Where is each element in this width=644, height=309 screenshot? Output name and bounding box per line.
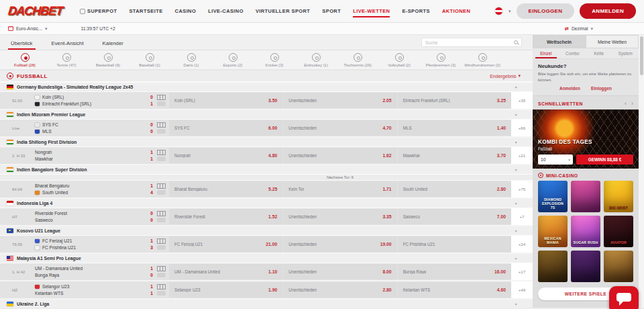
stats-grid-icon[interactable] xyxy=(157,95,166,100)
tab-kalender[interactable]: Kalender xyxy=(93,36,133,50)
stake-stepper-icon[interactable]: ▾ xyxy=(568,158,570,162)
collapse-chevron-icon[interactable]: ▾ xyxy=(506,201,526,206)
stats-grid-icon[interactable] xyxy=(157,284,166,290)
notice-register-link[interactable]: Anmelden xyxy=(559,86,580,91)
match-stats[interactable] xyxy=(153,181,169,197)
chat-bubble-button[interactable] xyxy=(609,286,639,309)
stats-grid-icon[interactable] xyxy=(157,211,166,216)
sport-filter-darts[interactable]: Darts (1) xyxy=(170,53,212,67)
stats-grid-icon[interactable] xyxy=(157,150,166,155)
more-markets-button[interactable]: +49 xyxy=(511,281,533,298)
mode-combo[interactable]: Combo xyxy=(559,48,586,58)
casino-game-tile[interactable] xyxy=(604,251,633,282)
casino-game-tile[interactable] xyxy=(571,181,600,212)
odds-button[interactable]: Selangor U231.90 xyxy=(169,282,282,298)
league-header[interactable]: Indonesia Liga 4▾ xyxy=(0,199,533,208)
view-mode-label[interactable]: Euro-Ansic... xyxy=(16,26,42,31)
league-header[interactable]: India Shillong First Division▾ xyxy=(0,138,533,147)
more-markets-button[interactable]: +75 xyxy=(511,181,533,197)
odds-button[interactable]: Kelantan WTS4.60 xyxy=(398,282,511,298)
odds-button[interactable]: UM - Damansara United1.10 xyxy=(169,264,282,279)
collapse-chevron-icon[interactable]: ▾ xyxy=(506,256,526,261)
tab-event-ansicht[interactable]: Event-Ansicht xyxy=(42,36,93,50)
odds-button[interactable]: Unentschieden8.00 xyxy=(283,264,396,279)
stats-grid-icon[interactable] xyxy=(157,122,166,128)
match-stats[interactable] xyxy=(153,263,169,280)
kombi-banner[interactable]: KOMBI DES TAGES Fußball 10 ▾ GEWINN 88,8… xyxy=(533,109,639,169)
scrollbar[interactable] xyxy=(639,35,644,308)
sport-filter-tischtennis[interactable]: Tischtennis (29) xyxy=(337,53,378,67)
casino-game-tile[interactable]: Aviator xyxy=(604,216,633,247)
league-header[interactable]: Kosovo U21 League▾ xyxy=(0,226,533,236)
match-stats[interactable] xyxy=(153,92,169,109)
carousel-next-icon[interactable]: › xyxy=(631,100,633,107)
odds-button[interactable]: MLS1.40 xyxy=(398,120,511,136)
tab-meine-wetten[interactable]: Meine Wetten xyxy=(586,35,639,48)
nav-item-e-sports[interactable]: E-SPORTS xyxy=(402,5,430,17)
odds-button[interactable]: Riverside Forest1.52 xyxy=(169,209,282,224)
league-header[interactable]: Indien Bangalore Super Division▾ xyxy=(0,165,533,175)
league-header[interactable]: Indien Mizoram Premier League▾ xyxy=(0,110,533,120)
odds-format-select[interactable]: ⇄ Dezimal ▾ xyxy=(565,26,593,32)
casino-game-tile[interactable]: Diamond Explosion 7s xyxy=(538,181,568,212)
match-stats[interactable] xyxy=(153,120,169,136)
collapse-chevron-icon[interactable]: ▾ xyxy=(506,167,526,172)
sport-filter-kricket[interactable]: Kricket (3) xyxy=(254,53,295,67)
sport-filter-volleyball[interactable]: Volleyball (2) xyxy=(378,53,420,67)
nav-item-sport[interactable]: SPORT xyxy=(322,5,341,17)
more-markets-button[interactable]: +17 xyxy=(511,263,533,280)
nav-item-superpot[interactable]: SUPERPOT xyxy=(80,5,117,17)
odds-button[interactable]: Unentschieden4.70 xyxy=(283,120,396,136)
match-teams[interactable]: Koln (SRL)Eintracht Frankfurt (SRL) xyxy=(35,92,144,109)
odds-button[interactable]: Kein Tor1.71 xyxy=(283,181,396,197)
search-box[interactable] xyxy=(421,38,522,47)
collapse-chevron-icon[interactable]: ▾ xyxy=(506,302,526,306)
casino-game-tile[interactable] xyxy=(538,251,568,282)
match-stats[interactable] xyxy=(153,147,169,164)
mode-einzel[interactable]: Einzel xyxy=(533,48,559,58)
more-markets-button[interactable]: +66 xyxy=(511,120,533,136)
stake-value[interactable]: 10 xyxy=(541,157,568,162)
league-header[interactable]: Germany Bundesliga - Simulated Reality L… xyxy=(0,83,533,92)
nav-item-aktionen[interactable]: AKTIONEN xyxy=(442,5,470,17)
match-teams[interactable]: Riverside ForestSasweco xyxy=(35,208,144,225)
nav-item-casino[interactable]: CASINO xyxy=(175,5,197,17)
odds-button[interactable]: Unentschieden19.00 xyxy=(283,236,396,252)
mode-system[interactable]: System xyxy=(612,48,639,58)
more-markets-button[interactable]: +7 xyxy=(511,208,533,225)
odds-button[interactable]: FC Prishtina U21 xyxy=(398,236,511,252)
collapse-chevron-icon[interactable]: ▾ xyxy=(506,85,526,89)
sport-filter-baseball[interactable]: Baseball (1) xyxy=(129,53,170,67)
odds-button[interactable]: Bharat Bengaluru5.25 xyxy=(169,181,282,197)
odds-button[interactable]: South United2.80 xyxy=(398,181,511,197)
sport-filter-windhundrennen[interactable]: Windhundrennen (3) xyxy=(462,53,503,67)
more-markets-button[interactable]: +24 xyxy=(511,236,533,253)
match-teams[interactable]: Selangor U23Kelantan WTS xyxy=(35,281,144,298)
chevron-down-icon[interactable]: ▾ xyxy=(508,9,511,14)
sport-filter-pferderennen[interactable]: Pferderennen (3) xyxy=(420,53,462,67)
collapse-chevron-icon[interactable]: ▾ xyxy=(506,140,526,144)
match-teams[interactable]: Bharat BengaluruSouth United xyxy=(35,181,144,197)
sport-filter-eishockey[interactable]: Eishockey (1) xyxy=(295,53,337,67)
register-button[interactable]: ANMELDEN xyxy=(580,3,636,19)
odds-button[interactable]: Nongrah4.80 xyxy=(169,148,282,163)
odds-button[interactable]: Mawkhar3.70 xyxy=(398,148,511,163)
market-select[interactable]: Endergebnis ▾ xyxy=(490,73,521,79)
nav-item-startseite[interactable]: STARTSEITE xyxy=(129,5,162,17)
tab-ueberblick[interactable]: Überblick xyxy=(1,36,42,50)
stake-input[interactable]: 10 ▾ xyxy=(538,154,573,165)
odds-button[interactable]: Unentschieden2.80 xyxy=(283,282,396,298)
nav-item-live-casino[interactable]: LIVE-CASINO xyxy=(208,5,244,17)
stats-grid-icon[interactable] xyxy=(157,266,166,271)
match-teams[interactable]: SYS FCMLS xyxy=(35,120,144,136)
carousel-prev-icon[interactable]: ‹ xyxy=(625,100,627,107)
sport-filter-tennis[interactable]: Tennis (47) xyxy=(46,53,87,67)
match-teams[interactable]: NongrahMawkhar xyxy=(35,147,144,164)
odds-button[interactable]: Unentschieden2.05 xyxy=(283,93,396,108)
stats-grid-icon[interactable] xyxy=(157,183,166,189)
league-header[interactable]: Malaysia A1 Semi Pro League▾ xyxy=(0,254,533,263)
stats-grid-icon[interactable] xyxy=(157,238,166,244)
match-stats[interactable] xyxy=(153,208,169,225)
league-header[interactable]: Ukraine 2. Liga▾ xyxy=(0,300,533,308)
match-stats[interactable] xyxy=(153,236,169,253)
